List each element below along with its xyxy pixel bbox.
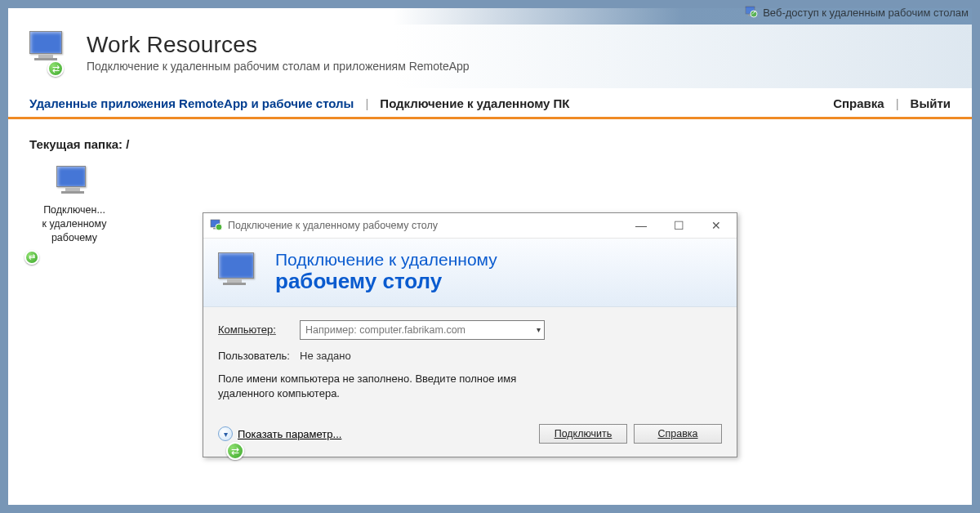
dialog-title-line1: Подключение к удаленному: [275, 250, 497, 270]
app-item-label-line1: Подключен...: [29, 203, 119, 217]
rdc-logo-icon: ⇄: [218, 252, 262, 290]
dialog-header: ⇄ Подключение к удаленному рабочему стол…: [203, 238, 737, 307]
dialog-titlebar[interactable]: Подключение к удаленному рабочему столу …: [203, 213, 737, 238]
nav-help[interactable]: Справка: [833, 96, 884, 110]
page-header: ⇄ Work Resources Подключение к удаленным…: [8, 8, 972, 88]
app-item-label-line3: рабочему: [29, 231, 119, 245]
dialog-body: Компьютер: Например: computer.fabrikam.c…: [203, 307, 737, 421]
maximize-button[interactable]: ☐: [660, 214, 697, 237]
help-button[interactable]: Справка: [634, 424, 722, 444]
minimize-button[interactable]: —: [622, 214, 660, 237]
nav-separator: |: [365, 96, 368, 110]
close-button[interactable]: ✕: [697, 214, 735, 237]
nav-separator: |: [896, 96, 899, 110]
dialog-title-line2: рабочему столу: [275, 270, 497, 293]
nav-signout[interactable]: Выйти: [911, 96, 951, 110]
dialog-footer: ▾ Показать параметр... Подключить Справк…: [203, 421, 737, 457]
remote-desktop-icon: ⇄: [56, 166, 92, 199]
show-options-toggle[interactable]: ▾ Показать параметр...: [218, 426, 341, 441]
connect-button[interactable]: Подключить: [539, 424, 627, 444]
show-options-label: Показать параметр...: [238, 428, 341, 440]
nav-connect-pc[interactable]: Подключение к удаленному ПК: [380, 96, 569, 110]
chevron-down-icon: ▾: [218, 426, 233, 441]
computer-combobox[interactable]: Например: computer.fabrikam.com ▾: [300, 320, 545, 340]
work-resources-icon: ⇄: [29, 31, 72, 74]
rdp-icon: [210, 219, 223, 232]
svg-point-5: [216, 224, 222, 230]
user-value: Не задано: [300, 350, 351, 362]
chevron-down-icon: ▾: [537, 325, 541, 334]
page-subtitle: Подключение к удаленным рабочим столам и…: [87, 60, 470, 73]
current-folder-label: Текущая папка: /: [29, 137, 951, 151]
computer-label: Компьютер:: [218, 323, 300, 336]
rdc-dialog: Подключение к удаленному рабочему столу …: [203, 212, 737, 457]
nav-bar: Удаленные приложения RemoteApp и рабочие…: [8, 88, 972, 119]
nav-remoteapps[interactable]: Удаленные приложения RemoteApp и рабочие…: [29, 96, 354, 110]
remote-desktop-app-item[interactable]: ⇄ Подключен... к удаленному рабочему: [29, 166, 119, 245]
computer-hint: Поле имени компьютера не заполнено. Введ…: [218, 372, 561, 401]
user-label: Пользователь:: [218, 350, 300, 362]
page-title: Work Resources: [87, 32, 470, 58]
computer-placeholder: Например: computer.fabrikam.com: [305, 324, 466, 336]
dialog-window-title: Подключение к удаленному рабочему столу: [228, 220, 438, 231]
app-item-label-line2: к удаленному: [29, 217, 119, 231]
